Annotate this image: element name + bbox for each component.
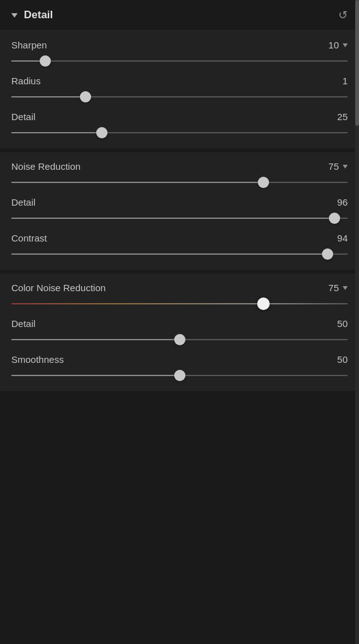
noise-reduction-section: Noise Reduction 75 Detail 96 [0,152,359,274]
nr-detail-label: Detail [11,197,35,208]
nr-detail-slider[interactable] [11,213,348,224]
noise-reduction-label-row: Noise Reduction 75 [11,161,348,172]
sharpen-track [11,60,348,62]
panel-header-left: Detail [11,9,53,21]
color-nr-value-group: 75 [324,282,348,293]
smoothness-label-row: Smoothness 50 [11,354,348,365]
radius-slider-row: Radius 1 [11,67,348,103]
radius-fill [11,96,86,97]
contrast-slider[interactable] [11,248,348,260]
cnr-detail-slider-row: Detail 50 [11,309,348,345]
cnr-detail-slider[interactable] [11,334,348,345]
sharpen-value: 10 [324,40,339,50]
noise-reduction-label: Noise Reduction [11,161,80,172]
reset-button[interactable]: ↺ [338,9,348,21]
color-nr-chevron-icon[interactable] [343,286,348,290]
cnr-detail-fill [11,339,180,340]
sharpen-section: Sharpen 10 Radius 1 [0,31,359,152]
sharpen-chevron-icon[interactable] [343,43,348,47]
sharpen-thumb[interactable] [40,55,51,67]
contrast-label-row: Contrast 94 [11,233,348,243]
color-nr-label-row: Color Noise Reduction 75 [11,282,348,293]
cnr-detail-value: 50 [333,318,348,329]
smoothness-thumb[interactable] [174,370,185,381]
smoothness-slider-row: Smoothness 50 [11,345,348,381]
radius-thumb[interactable] [80,91,91,103]
sharpen-detail-value: 25 [333,111,348,122]
panel-title: Detail [24,9,53,21]
sharpen-detail-label-row: Detail 25 [11,111,348,122]
smoothness-fill [11,375,180,376]
noise-reduction-thumb[interactable] [258,177,269,188]
nr-detail-value: 96 [333,197,348,208]
color-nr-slider[interactable] [11,298,348,309]
scrollbar-thumb[interactable] [355,0,359,126]
noise-reduction-value-group: 75 [324,161,348,172]
sharpen-detail-slider[interactable] [11,127,348,138]
radius-label-row: Radius 1 [11,75,348,86]
contrast-slider-row: Contrast 94 [11,224,348,260]
nr-detail-label-row: Detail 96 [11,197,348,208]
noise-reduction-chevron-icon[interactable] [343,165,348,169]
radius-label: Radius [11,75,41,86]
sharpen-value-group: 10 [324,40,348,50]
color-nr-slider-row: Color Noise Reduction 75 [11,274,348,309]
smoothness-value: 50 [333,354,348,365]
radius-value: 1 [333,75,348,86]
panel-collapse-icon[interactable] [11,13,18,18]
nr-detail-thumb[interactable] [329,213,340,224]
sharpen-label-row: Sharpen 10 [11,40,348,50]
contrast-thumb[interactable] [322,248,333,260]
sharpen-detail-slider-row: Detail 25 [11,103,348,138]
color-nr-label: Color Noise Reduction [11,282,106,293]
sharpen-detail-thumb[interactable] [96,127,108,138]
sharpen-detail-fill [11,132,102,133]
sharpen-slider-row: Sharpen 10 [11,31,348,67]
nr-detail-fill [11,218,334,219]
cnr-detail-label: Detail [11,318,35,329]
noise-reduction-slider-row: Noise Reduction 75 [11,152,348,188]
noise-reduction-slider[interactable] [11,177,348,188]
cnr-detail-thumb[interactable] [174,334,185,345]
color-nr-value: 75 [324,282,339,293]
color-nr-thumb[interactable] [257,297,270,310]
sharpen-slider[interactable] [11,55,348,67]
contrast-fill [11,253,328,255]
detail-panel: Detail ↺ Sharpen 10 Radius 1 [0,0,359,395]
panel-header: Detail ↺ [0,0,359,31]
cnr-detail-label-row: Detail 50 [11,318,348,329]
scrollbar[interactable] [355,0,359,644]
contrast-value: 94 [333,233,348,243]
noise-reduction-value: 75 [324,161,339,172]
smoothness-slider[interactable] [11,370,348,381]
radius-slider[interactable] [11,91,348,103]
sharpen-label: Sharpen [11,40,47,50]
smoothness-label: Smoothness [11,354,64,365]
color-nr-track [11,303,348,304]
nr-detail-slider-row: Detail 96 [11,188,348,224]
sharpen-detail-label: Detail [11,111,35,122]
contrast-label: Contrast [11,233,47,243]
noise-reduction-fill [11,182,263,183]
color-noise-reduction-section: Color Noise Reduction 75 Detail 50 [0,274,359,395]
